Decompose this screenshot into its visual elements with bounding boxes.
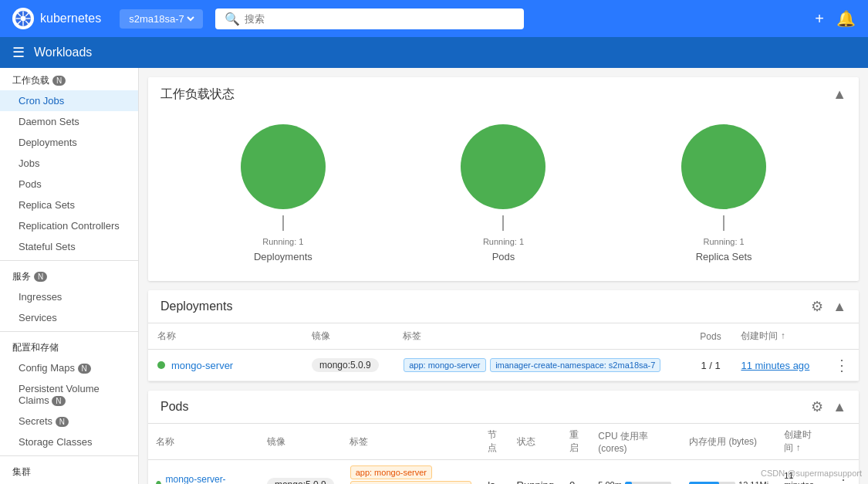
workload-status-header: 工作负载状态 ▲ xyxy=(148,77,859,112)
logo: kubernetes xyxy=(12,8,101,29)
deployment-name-cell: mongo-server xyxy=(157,360,293,371)
table-row: mongo-server mongo:5.0.9 app: mongo-serv… xyxy=(148,350,859,381)
pod-cpu-bar-container: 5.00m xyxy=(598,480,674,484)
pods-title: Pods xyxy=(160,400,188,414)
cluster-selector[interactable]: s2ma18sa-7 xyxy=(120,9,203,29)
sidebar-item-replication-controllers[interactable]: Replication Controllers xyxy=(0,215,138,236)
sidebar-item-cron-jobs[interactable]: Cron Jobs xyxy=(0,90,138,111)
main-layout: 工作负载 N Cron Jobs Daemon Sets Deployments… xyxy=(0,68,868,484)
sidebar-divider-3 xyxy=(0,455,138,456)
pods-col-restarts: 重启 xyxy=(562,424,590,460)
topbar: kubernetes s2ma18sa-7 🔍 + 🔔 xyxy=(0,0,868,37)
pod-mem-bar-container: 12.11Mi xyxy=(689,480,768,484)
pod-label-chip-1: app: mongo-server xyxy=(350,465,432,479)
deployments-col-image: 镜像 xyxy=(302,323,393,350)
sidebar-item-services[interactable]: Services xyxy=(0,307,138,328)
sidebar-group-services-badge: N xyxy=(34,272,47,282)
search-icon: 🔍 xyxy=(225,12,240,26)
deployment-name-link[interactable]: mongo-server xyxy=(171,360,233,371)
deployment-labels-cell: app: mongo-server imanager-create-namesp… xyxy=(393,350,689,381)
pods-collapse-icon[interactable]: ▲ xyxy=(833,399,846,415)
workload-status-card: 工作负载状态 ▲ Running: 1 Deployments xyxy=(148,77,859,281)
topbar-right: + 🔔 xyxy=(815,9,856,28)
sidebar-item-stateful-sets[interactable]: Stateful Sets xyxy=(0,236,138,257)
pods-col-cpu: CPU 使用率(cores) xyxy=(590,424,681,460)
pod-label-chip-2: pod-template-hash: 7647b4f45 xyxy=(350,481,472,484)
workload-deployments-circle xyxy=(241,124,326,209)
sidebar-item-replica-sets[interactable]: Replica Sets xyxy=(0,195,138,215)
workload-deployments-connector xyxy=(282,215,284,231)
sidebar-divider-1 xyxy=(0,260,138,261)
pods-col-created: 创建时间 ↑ xyxy=(776,424,828,460)
sidebar-item-pods[interactable]: Pods xyxy=(0,174,138,195)
workload-status-title: 工作负载状态 xyxy=(160,86,235,103)
sidebar-item-config-maps[interactable]: Config Maps N xyxy=(0,357,138,378)
workload-deployments: Running: 1 Deployments xyxy=(241,124,326,262)
deployment-image-chip: mongo:5.0.9 xyxy=(312,358,379,372)
sidebar-group-cluster-label: 集群 xyxy=(12,465,31,479)
deployments-table-header-row: 名称 镜像 标签 Pods 创建时间 ↑ xyxy=(148,323,859,350)
workload-replica-sets-circle xyxy=(681,124,766,209)
workload-deployments-name: Deployments xyxy=(254,251,312,262)
pods-col-name: 名称 xyxy=(148,424,259,460)
sidebar-item-daemon-sets[interactable]: Daemon Sets xyxy=(0,111,138,132)
sidebar-item-ingresses[interactable]: Ingresses xyxy=(0,286,138,307)
pod-mem-value: 12.11Mi xyxy=(738,480,768,484)
sidebar-item-deployments[interactable]: Deployments xyxy=(0,132,138,153)
deployment-actions-cell: ⋮ xyxy=(825,350,859,381)
table-row: mongo-server-7647b4f45-hd58t mongo:5.0.9… xyxy=(148,460,859,485)
pods-filter-icon[interactable]: ⚙ xyxy=(811,398,823,415)
sidebar-group-config: 配置和存储 xyxy=(0,335,138,357)
workload-pods-name: Pods xyxy=(492,251,515,262)
deployment-created-link[interactable]: 11 minutes ago xyxy=(741,360,809,371)
deployment-pods-cell: 1 / 1 xyxy=(690,350,732,381)
workload-status-collapse-icon[interactable]: ▲ xyxy=(833,86,846,103)
sidebar-item-jobs[interactable]: Jobs xyxy=(0,153,138,174)
pod-mem-cell: 12.11Mi xyxy=(681,460,776,485)
deployment-image-cell: mongo:5.0.9 xyxy=(302,350,393,381)
sidebar-item-secrets[interactable]: Secrets N xyxy=(0,411,138,432)
deployments-col-pods: Pods xyxy=(690,323,732,350)
deployment-created-cell: 11 minutes ago xyxy=(731,350,825,381)
workload-deployments-running: Running: 1 xyxy=(262,237,303,246)
search-input[interactable] xyxy=(245,13,515,25)
pod-name-link[interactable]: mongo-server-7647b4f45-hd58t xyxy=(166,474,252,484)
pod-cpu-cell: 5.00m xyxy=(590,460,681,485)
sidebar-group-workload: 工作负载 N xyxy=(0,68,138,90)
deployments-filter-icon[interactable]: ⚙ xyxy=(811,298,823,315)
svg-point-1 xyxy=(21,16,26,22)
k8s-logo-icon xyxy=(12,8,34,29)
sidebar: 工作负载 N Cron Jobs Daemon Sets Deployments… xyxy=(0,68,139,484)
section-bar: ☰ Workloads xyxy=(0,37,868,68)
workload-replica-sets-connector xyxy=(723,215,724,231)
sidebar-group-services-label: 服务 xyxy=(12,270,31,283)
pods-col-image: 镜像 xyxy=(259,424,342,460)
sidebar-item-storage-classes[interactable]: Storage Classes xyxy=(0,432,138,452)
sidebar-group-services: 服务 N xyxy=(0,264,138,286)
pod-image-chip: mongo:5.0.9 xyxy=(267,478,334,484)
pods-col-state: 状态 xyxy=(509,424,562,460)
menu-icon[interactable]: ☰ xyxy=(12,44,25,61)
logo-text: kubernetes xyxy=(40,12,101,25)
deployments-collapse-icon[interactable]: ▲ xyxy=(833,299,846,315)
deployments-col-actions xyxy=(825,323,859,350)
pods-card: Pods ⚙ ▲ 名称 镜像 标签 节点 状态 重启 CPU 使用率(cores… xyxy=(148,391,859,484)
deployments-card-header: Deployments ⚙ ▲ xyxy=(148,290,859,323)
notification-icon[interactable]: 🔔 xyxy=(836,9,856,28)
pods-table: 名称 镜像 标签 节点 状态 重启 CPU 使用率(cores) 内存使用 (b… xyxy=(148,424,859,484)
cluster-select-input[interactable]: s2ma18sa-7 xyxy=(126,12,197,25)
workload-replica-sets-running: Running: 1 xyxy=(704,237,745,246)
workload-replica-sets-name: Replica Sets xyxy=(696,251,752,262)
pod-labels-cell: app: mongo-server pod-template-hash: 764… xyxy=(342,460,481,485)
deployment-more-icon[interactable]: ⋮ xyxy=(834,357,849,374)
deployments-header-actions: ⚙ ▲ xyxy=(811,298,846,315)
deployments-col-created: 创建时间 ↑ xyxy=(731,323,825,350)
sidebar-item-pvc[interactable]: Persistent Volume Claims N xyxy=(0,378,138,411)
pod-status-dot xyxy=(156,481,161,484)
workload-status-body: Running: 1 Deployments Running: 1 Pods xyxy=(148,112,859,281)
add-icon[interactable]: + xyxy=(815,10,824,28)
sidebar-group-workload-badge: N xyxy=(52,76,66,86)
pod-actions-cell: ⋮ xyxy=(828,460,859,485)
pod-more-icon[interactable]: ⋮ xyxy=(836,476,851,484)
deployment-label-chip-1: app: mongo-server xyxy=(404,358,485,372)
